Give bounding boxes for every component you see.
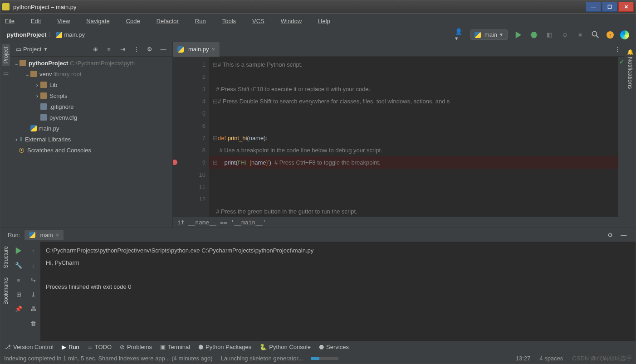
debug-button[interactable]: [529, 30, 538, 39]
code-breadcrumb[interactable]: if __name__ == '__main__': [173, 217, 625, 228]
expand-icon[interactable]: ≡: [104, 45, 113, 54]
bt-services[interactable]: ⬣ Services: [319, 344, 349, 350]
coverage-button[interactable]: ◧: [545, 30, 554, 39]
tree-external[interactable]: ›⫴External Libraries: [11, 134, 172, 145]
bt-python-console[interactable]: 🐍 Python Console: [259, 344, 311, 350]
menu-window[interactable]: Window: [281, 18, 310, 24]
minimize-button[interactable]: —: [586, 2, 601, 12]
indexing-status[interactable]: Indexing completed in 1 min, 5 sec. Shar…: [4, 355, 213, 362]
rerun-icon[interactable]: [14, 246, 23, 255]
run-tab[interactable]: main×: [24, 230, 64, 240]
watermark: CSDN @代码羽球选手: [572, 354, 632, 363]
tree-main[interactable]: main.py: [11, 123, 172, 134]
left-tool-strip: Project ▭: [0, 42, 11, 228]
options-icon[interactable]: ⋮: [132, 45, 141, 54]
maximize-button[interactable]: ☐: [602, 2, 617, 12]
run-gear-icon[interactable]: ⚙: [606, 230, 615, 239]
jetbrains-toolbox-icon[interactable]: [620, 30, 629, 39]
tree-pyvenv[interactable]: pyvenv.cfg: [11, 112, 172, 123]
bottom-tool-tabs: ⎇ Version Control ▶ Run ≣ TODO ⊘ Problem…: [0, 341, 636, 353]
status-indent[interactable]: 4 spaces: [539, 355, 563, 362]
up-icon[interactable]: ↑: [29, 246, 38, 255]
bookmarks-tool-tab[interactable]: Bookmarks: [2, 275, 10, 307]
menu-edit[interactable]: Edit: [31, 18, 49, 24]
structure-tool-tab[interactable]: Structure: [2, 243, 10, 271]
editor-area: main.py × ⋮ 123 456 789 101112 ⊟# This i…: [173, 42, 625, 228]
tree-venv[interactable]: ⌄venv library root: [11, 68, 172, 79]
close-tab-icon[interactable]: ×: [212, 46, 215, 53]
project-panel-title: Project: [23, 46, 41, 53]
menu-navigate[interactable]: Navigate: [86, 18, 117, 24]
editor-scrollbar[interactable]: ✓: [618, 57, 625, 217]
layout-icon[interactable]: ⊞: [14, 290, 23, 299]
run-config-selector[interactable]: main ▼: [470, 29, 508, 40]
run-toolbar-left: 🔧 ■ ⊞ 📌: [11, 242, 26, 341]
editor-tabs: main.py × ⋮: [173, 42, 625, 57]
menu-run[interactable]: Run: [195, 18, 214, 24]
bt-run[interactable]: ▶ Run: [62, 344, 79, 350]
menubar: File Edit View Navigate Code Refactor Ru…: [0, 14, 636, 28]
menu-code[interactable]: Code: [126, 18, 148, 24]
breadcrumb-project[interactable]: pythonProject: [7, 31, 46, 38]
tree-scripts[interactable]: ›Scripts: [11, 90, 172, 101]
menu-tools[interactable]: Tools: [222, 18, 244, 24]
pin-icon[interactable]: 📌: [14, 304, 23, 313]
run-button[interactable]: [514, 30, 523, 39]
stop-button[interactable]: ■: [576, 30, 585, 39]
menu-view[interactable]: View: [57, 18, 78, 24]
svg-point-0: [592, 31, 597, 36]
editor-tab-main[interactable]: main.py ×: [173, 42, 220, 57]
code-editor[interactable]: ⊟# This is a sample Python script. # Pre…: [209, 57, 618, 217]
bt-todo[interactable]: ≣ TODO: [88, 344, 112, 350]
tree-root[interactable]: ⌄pythonProject C:\PycharmProjects\pyth: [11, 58, 172, 68]
project-tool-tab[interactable]: Project: [2, 44, 10, 66]
profiler-button[interactable]: ⊙: [560, 30, 569, 39]
project-panel: ▭ Project ▼ ⊕ ≡ ⇥ ⋮ ⚙ — ⌄pythonProject C…: [11, 42, 173, 228]
collapse-icon[interactable]: ⇥: [118, 45, 127, 54]
tree-gitignore[interactable]: .gitignore: [11, 101, 172, 112]
menu-vcs[interactable]: VCS: [252, 18, 273, 24]
user-icon[interactable]: 👤▾: [455, 30, 464, 39]
status-time: 13:27: [516, 355, 531, 362]
breakpoint-gutter[interactable]: [173, 57, 184, 217]
wrap-icon[interactable]: ⇆: [29, 275, 38, 284]
run-panel: Run: main× ⚙ — Structure Bookmarks 🔧 ■ ⊞…: [0, 228, 636, 341]
ide-update-icon[interactable]: ↑: [607, 31, 614, 39]
breadcrumb-file[interactable]: main.py: [64, 31, 85, 38]
locate-icon[interactable]: ⊕: [91, 45, 100, 54]
folder-icon: ▭: [16, 46, 21, 53]
tree-lib[interactable]: ›Lib: [11, 79, 172, 90]
wrench-icon[interactable]: 🔧: [14, 261, 23, 270]
window-title: pythonProject – main.py: [13, 4, 585, 10]
right-tool-strip: 🔔 Notifications: [625, 42, 636, 228]
folder-tool-icon[interactable]: ▭: [3, 70, 9, 77]
scroll-icon[interactable]: ⤓: [29, 290, 38, 299]
menu-file[interactable]: File: [5, 18, 23, 24]
python-file-icon: [177, 46, 184, 53]
bt-problems[interactable]: ⊘ Problems: [120, 344, 152, 350]
line-number-gutter[interactable]: 123 456 789 101112: [184, 57, 209, 217]
notifications-tab[interactable]: 🔔 Notifications: [626, 46, 635, 92]
print-icon[interactable]: 🖶: [29, 304, 38, 313]
tabs-options-icon[interactable]: ⋮: [613, 45, 622, 54]
menu-refactor[interactable]: Refactor: [157, 18, 187, 24]
python-icon: [475, 32, 481, 38]
close-button[interactable]: ✕: [618, 2, 634, 12]
gear-icon[interactable]: ⚙: [145, 45, 154, 54]
run-label: Run:: [8, 232, 20, 238]
stop-icon[interactable]: ■: [14, 275, 23, 284]
down-icon[interactable]: ↓: [29, 261, 38, 270]
tree-scratches[interactable]: ⦿Scratches and Consoles: [11, 145, 172, 155]
run-hide-icon[interactable]: —: [619, 230, 628, 239]
launching-status[interactable]: Launching skeleton generator...: [221, 355, 303, 362]
trash-icon[interactable]: 🗑: [29, 319, 38, 328]
bt-terminal[interactable]: ▣ Terminal: [160, 344, 190, 350]
menu-help[interactable]: Help: [318, 18, 338, 24]
python-file-icon: [56, 32, 62, 38]
project-tree[interactable]: ⌄pythonProject C:\PycharmProjects\pyth ⌄…: [11, 57, 172, 228]
search-button[interactable]: [591, 30, 600, 39]
bt-python-packages[interactable]: ⬢ Python Packages: [198, 344, 251, 350]
hide-icon[interactable]: —: [159, 45, 168, 54]
console-output[interactable]: C:\PycharmProjects\pythonProject\venv\Sc…: [40, 242, 636, 341]
bt-version-control[interactable]: ⎇ Version Control: [4, 344, 54, 350]
